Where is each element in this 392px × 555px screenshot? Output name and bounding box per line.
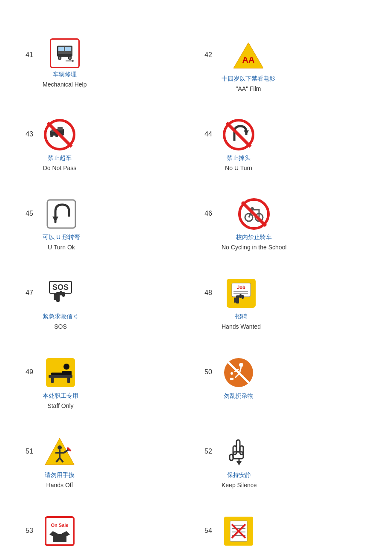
sign-item-49: 49 本处职工专用 Staff Only [17, 351, 196, 413]
sign-content-47: SOS 紧急求救信号 SOS [43, 276, 78, 330]
svg-rect-44 [236, 297, 239, 304]
no-u-turn-icon [222, 118, 256, 152]
svg-rect-37 [62, 292, 65, 297]
sign-content-48: Job 招聘 Hands Wanted [222, 276, 261, 330]
sign-chinese-51: 请勿用手摸 [45, 471, 75, 479]
sign-content-41: 车辆修理 Mechanical Help [43, 38, 87, 88]
hands-wanted-icon: Job [224, 276, 258, 310]
svg-rect-47 [242, 295, 244, 299]
sign-item-54: 54 [196, 510, 375, 555]
sign-content-52: 保持安静 Keep Silence [222, 435, 257, 489]
sign-item-42: 42 AA 十四岁以下禁看电影 "AA" Film [196, 34, 375, 96]
svg-point-57 [239, 363, 243, 367]
sign-item-41: 41 车辆修理 Mechanical [17, 34, 196, 96]
sign-chinese-45: 可以 U 形转弯 [43, 234, 80, 241]
sign-number-51: 51 [26, 435, 43, 455]
sign-number-53: 53 [26, 514, 43, 535]
staff-only-icon [43, 356, 78, 390]
hands-off-icon [43, 435, 77, 469]
svg-rect-54 [67, 378, 70, 383]
u-turn-ok-icon [44, 197, 78, 231]
sign-54-icon [222, 514, 256, 548]
svg-rect-53 [51, 378, 54, 383]
sign-chinese-47: 紧急求救信号 [43, 313, 78, 321]
svg-text:SOS: SOS [52, 283, 69, 292]
svg-rect-34 [56, 293, 60, 302]
sign-chinese-42: 十四岁以下禁看电影 [222, 75, 275, 83]
sign-item-50: 50 勿乱扔杂物 [196, 351, 375, 413]
sign-english-52: Keep Silence [222, 482, 257, 489]
sign-chinese-48: 招聘 [235, 313, 247, 321]
svg-marker-9 [72, 60, 74, 62]
sign-chinese-43: 禁止超车 [48, 154, 72, 162]
svg-rect-55 [51, 373, 62, 375]
svg-point-7 [69, 57, 71, 59]
sign-content-49: 本处职工专用 Staff Only [43, 356, 78, 409]
sign-content-54 [222, 514, 256, 553]
sign-item-44: 44 禁止掉头 No U Turn [196, 113, 375, 176]
svg-rect-46 [239, 294, 242, 298]
sign-item-46: 46 校内禁止骑车 No Cycling in the School [196, 193, 375, 255]
sign-number-49: 49 [26, 356, 43, 376]
svg-point-62 [231, 372, 233, 375]
svg-text:AA: AA [242, 55, 255, 64]
sign-number-50: 50 [205, 356, 222, 376]
sign-number-45: 45 [26, 197, 43, 217]
sign-chinese-44: 禁止掉头 [227, 154, 251, 162]
sign-chinese-50: 勿乱扔杂物 [224, 392, 254, 400]
sos-icon: SOS [43, 276, 78, 310]
sign-number-46: 46 [205, 197, 222, 217]
sign-english-44: No U Turn [225, 165, 252, 171]
mechanical-help-icon [50, 38, 80, 68]
sign-item-53: 53 On Sale [17, 510, 196, 555]
sign-content-46: 校内禁止骑车 No Cycling in the School [222, 197, 287, 251]
aa-film-icon: AA [231, 38, 265, 72]
svg-point-15 [50, 135, 53, 137]
sign-item-51: 51 请勿用手摸 Hands Off [17, 431, 196, 493]
sign-english-48: Hands Wanted [222, 323, 261, 330]
svg-point-5 [59, 57, 61, 59]
sign-content-42: AA 十四岁以下禁看电影 "AA" Film [222, 38, 275, 92]
sign-content-45: 可以 U 形转弯 U Turn Ok [43, 197, 80, 251]
svg-rect-63 [230, 378, 233, 380]
svg-point-50 [63, 364, 69, 370]
signs-grid: 41 车辆修理 Mechanical [0, 0, 392, 555]
svg-rect-48 [234, 298, 236, 303]
svg-marker-79 [236, 461, 242, 465]
sign-number-43: 43 [26, 118, 43, 138]
svg-rect-2 [58, 47, 64, 51]
sign-english-51: Hands Off [46, 482, 73, 489]
sign-content-44: 禁止掉头 No U Turn [222, 118, 256, 171]
svg-rect-76 [233, 452, 243, 459]
no-cycling-icon [237, 197, 271, 231]
sign-chinese-52: 保持安静 [227, 471, 251, 479]
keep-silence-icon [222, 435, 256, 469]
sign-number-52: 52 [205, 435, 222, 455]
sign-english-49: Staff Only [47, 402, 73, 409]
svg-rect-38 [54, 294, 56, 300]
svg-text:Job: Job [237, 285, 245, 290]
sign-english-46: No Cycling in the School [222, 244, 287, 251]
sign-chinese-49: 本处职工专用 [43, 392, 78, 400]
sign-english-45: U Turn Ok [48, 244, 75, 251]
svg-rect-18 [58, 127, 63, 130]
sign-number-54: 54 [205, 514, 222, 535]
do-not-pass-icon [43, 118, 77, 152]
sign-item-45: 45 可以 U 形转弯 U Turn Ok [17, 193, 196, 255]
sign-item-52: 52 保持安静 Keep Silence [196, 431, 375, 493]
sign-content-53: On Sale [43, 514, 77, 553]
sign-content-50: 勿乱扔杂物 [222, 356, 256, 402]
sign-english-47: SOS [54, 323, 67, 330]
svg-rect-36 [60, 291, 62, 295]
sign-number-47: 47 [26, 276, 43, 297]
sign-english-43: Do Not Pass [43, 165, 77, 171]
sign-content-51: 请勿用手摸 Hands Off [43, 435, 77, 489]
sign-item-47: 47 SOS 紧急求救信号 SOS [17, 272, 196, 334]
sign-number-44: 44 [205, 118, 222, 138]
on-sale-icon: On Sale [43, 514, 77, 548]
svg-rect-52 [49, 375, 72, 378]
svg-point-66 [58, 445, 62, 450]
svg-rect-3 [65, 47, 71, 51]
svg-text:On Sale: On Sale [51, 523, 69, 528]
sign-number-41: 41 [26, 38, 43, 59]
